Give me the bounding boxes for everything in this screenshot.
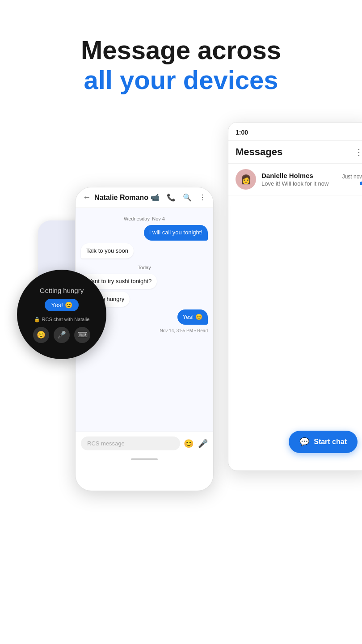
conversation-item[interactable]: 👩 Danielle Holmes Love it! Will look for… — [228, 164, 362, 195]
tablet-title: Messages — [236, 146, 282, 158]
watch-yes-label: Yes! 😊 — [51, 301, 72, 309]
conv-preview: Love it! Will look for it now — [261, 180, 337, 187]
phone-contact-row: ← Natalie Romano 📹 📞 🔍 ⋮ — [83, 193, 206, 202]
watch-mic-btn[interactable]: 🎤 — [54, 327, 70, 343]
phone-contact-name: Natalie Romano — [94, 194, 148, 202]
hero-line1: Message across — [27, 36, 335, 64]
conv-time: Just now — [342, 174, 362, 180]
input-icons: 😊 🎤 — [184, 439, 208, 449]
phone-action-icons: 📹 📞 🔍 ⋮ — [151, 193, 206, 202]
today-label: Today — [81, 265, 208, 270]
phone-back-name: ← Natalie Romano — [83, 193, 148, 202]
start-chat-button[interactable]: 💬 Start chat — [289, 431, 358, 453]
start-chat-label: Start chat — [314, 438, 347, 446]
lock-icon: 🔒 — [34, 317, 40, 322]
emoji-icon[interactable]: 😊 — [184, 439, 194, 449]
phone-input-bar: RCS message 😊 🎤 — [76, 432, 213, 455]
watch-yes-bubble: Yes! 😊 — [45, 299, 79, 311]
date-label: Wednesday, Nov 4 — [81, 216, 208, 221]
hero-section: Message across all your devices — [0, 0, 362, 113]
watch-text: Getting hungry — [40, 286, 84, 295]
tablet-title-row: Messages ⋮ — [228, 141, 362, 164]
hero-line2: all your devices — [27, 64, 335, 96]
msg-bubble-sent-2: Yes! 😊 — [177, 309, 208, 325]
avatar: 👩 — [236, 169, 256, 190]
home-indicator — [131, 458, 158, 460]
chat-icon: 💬 — [299, 437, 309, 447]
tablet-more-icon[interactable]: ⋮ — [354, 147, 362, 157]
conv-info: Danielle Holmes Love it! Will look for i… — [261, 172, 337, 187]
phone-header: ← Natalie Romano 📹 📞 🔍 ⋮ — [76, 187, 213, 208]
conv-name: Danielle Holmes — [261, 172, 337, 179]
more-options-icon[interactable]: ⋮ — [199, 193, 206, 202]
rcs-input[interactable]: RCS message — [81, 436, 180, 450]
watch-device: Getting hungry Yes! 😊 🔒 RCS chat with Na… — [17, 270, 106, 359]
unread-dot — [360, 182, 362, 185]
video-call-icon[interactable]: 📹 — [151, 193, 160, 202]
watch-emoji-btn[interactable]: 😊 — [33, 327, 49, 343]
back-button[interactable]: ← — [83, 193, 91, 202]
watch-keyboard-row: 😊 🎤 ⌨ — [33, 327, 90, 343]
devices-area: Getting hungry Yes! 😊 🔒 RCS chat with Na… — [0, 122, 362, 525]
search-icon[interactable]: 🔍 — [183, 193, 192, 202]
msg-bubble-received-1: Talk to you soon — [81, 243, 134, 258]
mic-icon[interactable]: 🎤 — [198, 439, 208, 449]
tablet-time: 1:00 — [236, 129, 248, 136]
msg-bubble-sent-1: I will call you tonight! — [144, 225, 208, 240]
phone-call-icon[interactable]: 📞 — [167, 193, 176, 202]
watch-content: Getting hungry Yes! 😊 🔒 RCS chat with Na… — [17, 270, 106, 359]
tablet-topbar: 1:00 — [228, 123, 362, 141]
tablet-device: 1:00 Messages ⋮ 👩 Danielle Holmes Love i… — [228, 122, 362, 471]
conv-meta: Just now — [342, 174, 362, 185]
watch-rcs-text: 🔒 RCS chat with Natalie — [34, 317, 90, 322]
watch-keyboard-btn[interactable]: ⌨ — [74, 327, 90, 343]
